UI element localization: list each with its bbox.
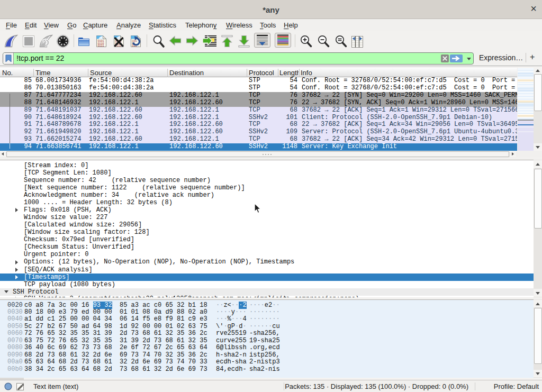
svg-text:0111: 0111: [98, 44, 104, 48]
